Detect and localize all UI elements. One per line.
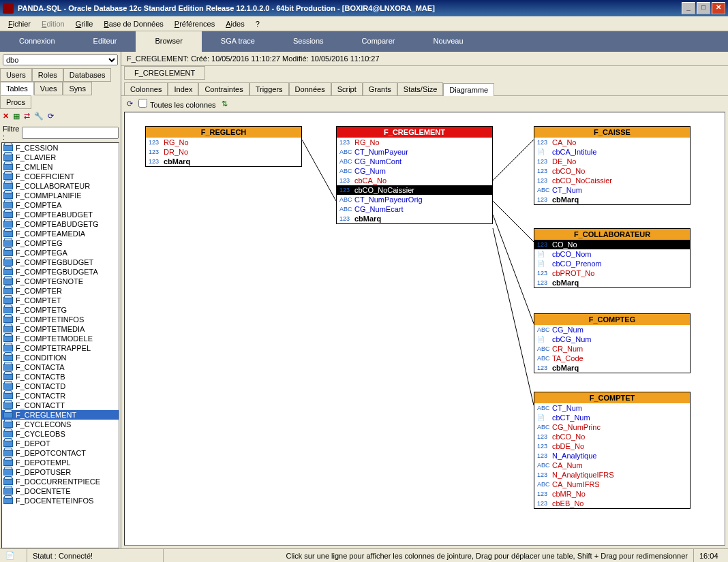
column-row[interactable]: ABCCA_NumIFRS — [534, 480, 690, 489]
tab-nouveau[interactable]: Nouveau — [414, 31, 482, 52]
tree-item[interactable]: F_COMPTEA — [2, 200, 119, 210]
tree-item[interactable]: F_COMPTETMEDIA — [2, 324, 119, 334]
delete-icon[interactable]: ✕ — [3, 112, 9, 121]
column-row[interactable]: 123cbCO_NoCaissier — [534, 176, 690, 185]
subtab-donnees[interactable]: Données — [289, 82, 331, 95]
tree-item[interactable]: F_COMPTEG — [2, 238, 119, 248]
sort-icon[interactable]: ⇅ — [222, 99, 228, 108]
tree-item[interactable]: F_COMPTEABUDGETG — [2, 219, 119, 229]
tree-item[interactable]: F_COMPTEAMEDIA — [2, 229, 119, 238]
column-row[interactable]: 📄cbCO_Nom — [534, 249, 690, 259]
tree-item[interactable]: F_DEPOTEMPL — [2, 458, 119, 467]
column-row[interactable]: ABCCT_Num — [534, 185, 690, 195]
column-row[interactable]: ABCCT_NumPayeur — [337, 147, 492, 157]
menu-aides[interactable]: Aides — [220, 18, 250, 29]
tree-item[interactable]: F_CONTACTB — [2, 372, 119, 381]
column-row[interactable]: 123cbMR_No — [534, 489, 690, 499]
tree-item[interactable]: F_COMPTEGBUDGETA — [2, 267, 119, 277]
table-header[interactable]: F_COMPTET — [534, 392, 690, 403]
lefttab-users[interactable]: Users — [0, 68, 32, 82]
lefttab-roles[interactable]: Roles — [32, 68, 63, 82]
object-tree[interactable]: F_CESSIONF_CLAVIERF_CMLIENF_COEFFICIENTF… — [1, 142, 119, 548]
tree-item[interactable]: F_CONDITION — [2, 353, 119, 362]
tree-item[interactable]: F_COLLABORATEUR — [2, 181, 119, 191]
close-button[interactable]: ✕ — [712, 2, 725, 14]
tree-item[interactable]: F_DOCENTETE — [2, 486, 119, 496]
tree-item[interactable]: F_COMPTEABUDGET — [2, 210, 119, 219]
tab-connexion[interactable]: Connexion — [0, 31, 74, 52]
column-row[interactable]: 123cbMarq — [146, 157, 301, 166]
subtab-diagramme[interactable]: Diagramme — [443, 83, 494, 96]
tree-item[interactable]: F_DEPOTUSER — [2, 467, 119, 477]
table-header[interactable]: F_CAISSE — [534, 127, 690, 138]
tab-sga[interactable]: SGA trace — [202, 31, 274, 52]
column-row[interactable]: 123N_Analytique — [534, 451, 690, 460]
column-row[interactable]: 123cbCO_No — [534, 166, 690, 176]
lefttab-procs[interactable]: Procs — [0, 95, 31, 109]
column-row[interactable]: 123DE_No — [534, 157, 690, 166]
column-row[interactable]: ABCTA_Code — [534, 354, 690, 363]
tool-icon[interactable]: 🔧 — [34, 112, 44, 121]
tree-item[interactable]: F_COMPTEGA — [2, 248, 119, 257]
tree-item[interactable]: F_COMPTETMODELE — [2, 334, 119, 343]
tab-browser[interactable]: Browser — [136, 31, 201, 52]
schema-select[interactable]: dbo — [3, 54, 118, 65]
tree-item[interactable]: F_CREGLEMENT — [2, 410, 119, 420]
subtab-colonnes[interactable]: Colonnes — [124, 82, 168, 95]
tree-item[interactable]: F_CESSION — [2, 143, 119, 153]
subtab-triggers[interactable]: Triggers — [249, 82, 289, 95]
column-row[interactable]: 123CO_No — [534, 240, 690, 249]
refresh-icon[interactable]: ⟳ — [48, 112, 54, 121]
diagram-table-caisse[interactable]: F_CAISSE123CA_No📄cbCA_Intitule123DE_No12… — [534, 126, 691, 205]
subtab-contraintes[interactable]: Contraintes — [198, 82, 249, 95]
tab-editeur[interactable]: Editeur — [74, 31, 136, 52]
table-header[interactable]: F_CREGLEMENT — [337, 127, 492, 138]
menu-help[interactable]: ? — [250, 18, 265, 29]
diagram-canvas[interactable]: F_REGLECH123RG_No123DR_No123cbMarqF_CREG… — [124, 112, 725, 546]
tree-item[interactable]: F_CONTACTR — [2, 391, 119, 401]
column-row[interactable]: 123cbMarq — [534, 278, 690, 287]
diagram-table-compteg[interactable]: F_COMPTEGABCCG_Num📄cbCG_NumABCCR_NumABCT… — [534, 313, 691, 373]
subtab-grants[interactable]: Grants — [363, 82, 397, 95]
column-row[interactable]: ABCCG_NumCont — [337, 157, 492, 166]
column-row[interactable]: 📄cbCO_Prenom — [534, 259, 690, 268]
link-icon[interactable]: ⇄ — [24, 112, 30, 121]
column-row[interactable]: 📄cbCT_Num — [534, 413, 690, 422]
column-row[interactable]: 123cbMarq — [337, 214, 492, 223]
tree-item[interactable]: F_CYCLEOBS — [2, 429, 119, 439]
lefttab-tables[interactable]: Tables — [0, 82, 34, 95]
all-columns-checkbox[interactable] — [138, 99, 147, 108]
column-row[interactable]: 123cbCO_No — [534, 432, 690, 441]
table-header[interactable]: F_COLLABORATEUR — [534, 229, 690, 240]
subtab-index[interactable]: Index — [168, 82, 198, 95]
column-row[interactable]: 📄cbCG_Num — [534, 334, 690, 344]
menu-base-donnees[interactable]: Base de Données — [98, 18, 168, 29]
tree-item[interactable]: F_COMPTETG — [2, 305, 119, 315]
all-columns-checkbox-label[interactable]: Toutes les colonnes — [138, 99, 216, 109]
diagram-refresh-icon[interactable]: ⟳ — [127, 99, 133, 108]
column-row[interactable]: 123cbMarq — [534, 195, 690, 204]
tab-sessions[interactable]: Sessions — [274, 31, 343, 52]
tree-item[interactable]: F_COMPTER — [2, 286, 119, 296]
column-row[interactable]: ABCCG_NumEcart — [337, 204, 492, 214]
diagram-table-collab[interactable]: F_COLLABORATEUR123CO_No📄cbCO_Nom📄cbCO_Pr… — [534, 228, 691, 288]
lefttab-syns[interactable]: Syns — [63, 82, 91, 95]
column-row[interactable]: 123cbPROT_No — [534, 268, 690, 278]
column-row[interactable]: ABCCA_Num — [534, 460, 690, 470]
column-row[interactable]: 123cbCA_No — [337, 176, 492, 185]
tab-comparer[interactable]: Comparer — [343, 31, 414, 52]
tree-item[interactable]: F_COMPTEGNOTE — [2, 277, 119, 286]
grid-icon[interactable]: ▦ — [13, 112, 20, 121]
tree-item[interactable]: F_COEFFICIENT — [2, 172, 119, 181]
tree-item[interactable]: F_COMMPLANIFIE — [2, 191, 119, 200]
minimize-button[interactable]: _ — [682, 2, 695, 14]
column-row[interactable]: ABCCG_NumPrinc — [534, 422, 690, 432]
menu-edition[interactable]: Edition — [36, 18, 70, 29]
column-row[interactable]: ABCCG_Num — [534, 325, 690, 334]
column-row[interactable]: 123RG_No — [337, 138, 492, 147]
menu-preferences[interactable]: Préférences — [169, 18, 220, 29]
object-tab[interactable]: F_CREGLEMENT — [124, 66, 205, 80]
diagram-table-reglech[interactable]: F_REGLECH123RG_No123DR_No123cbMarq — [145, 126, 302, 167]
column-row[interactable]: ABCCT_NumPayeurOrig — [337, 195, 492, 204]
tree-item[interactable]: F_COMPTETINFOS — [2, 315, 119, 324]
